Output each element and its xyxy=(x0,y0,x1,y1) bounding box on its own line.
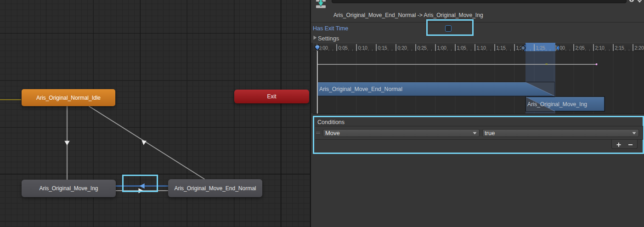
svg-text:Aris_Original_Move_End_Normal: Aris_Original_Move_End_Normal xyxy=(319,86,402,92)
svg-text:0:15: 0:15 xyxy=(378,45,388,51)
svg-text:Aris_Original_Move_Ing: Aris_Original_Move_Ing xyxy=(527,101,587,108)
svg-text:0:10: 0:10 xyxy=(358,45,368,51)
svg-text:0:25: 0:25 xyxy=(418,45,427,51)
svg-text:2:05: 2:05 xyxy=(576,45,585,51)
svg-text:0:00: 0:00 xyxy=(319,45,328,51)
svg-text:2:20: 2:20 xyxy=(635,45,644,51)
svg-text:1:00: 1:00 xyxy=(437,45,447,51)
svg-text:1:15: 1:15 xyxy=(497,45,506,51)
svg-text:2:15: 2:15 xyxy=(615,45,625,51)
svg-text:0:20: 0:20 xyxy=(398,45,407,51)
svg-text:1:25: 1:25 xyxy=(536,45,546,51)
svg-text:1:10: 1:10 xyxy=(477,45,486,51)
svg-text:1:05: 1:05 xyxy=(457,45,467,51)
svg-text:0:05: 0:05 xyxy=(339,45,348,51)
svg-text:2:10: 2:10 xyxy=(595,45,605,51)
